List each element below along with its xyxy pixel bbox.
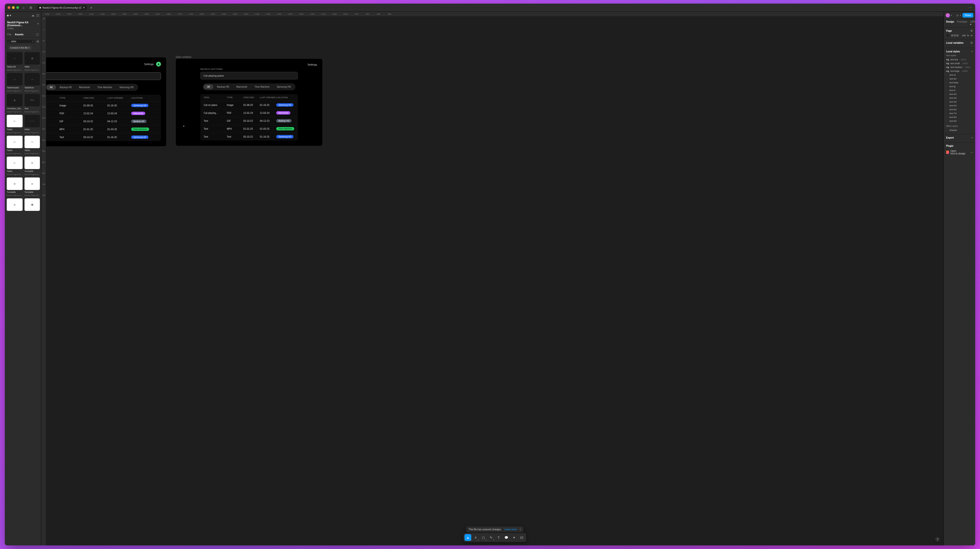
frame-container-b[interactable]: Settings SEARCH ANYTHING Cat playing pia… <box>176 59 322 146</box>
variables-settings-icon[interactable]: ⚙ <box>970 41 973 45</box>
learn-more-link[interactable]: Learn more <box>504 528 517 531</box>
move-tool[interactable]: ▲▾ <box>465 534 471 541</box>
filter-tab[interactable]: All <box>46 85 56 90</box>
chip-close-icon[interactable]: × <box>29 46 30 49</box>
text-style-row[interactable]: ›text-3xl <box>946 96 973 100</box>
text-style-row[interactable]: ›text-base <box>946 81 973 84</box>
grid-icon[interactable]: ⊞ <box>28 5 33 10</box>
dev-mode-tool[interactable]: ⟨/⟩ <box>519 534 525 541</box>
tab-file[interactable]: File <box>7 33 11 36</box>
table-row[interactable]: TextGIF03-10-2204-12-23Backup HD <box>46 118 161 126</box>
text-tool[interactable]: T <box>495 534 502 541</box>
canvas[interactable]: Settings ANYTHING ying piano AllBackup H… <box>46 17 943 546</box>
table-row[interactable]: TextGIF03-10-2204-12-23Backup HD <box>200 117 298 125</box>
minimize-icon[interactable] <box>12 6 15 9</box>
chevron-down-icon[interactable]: ▾ <box>951 14 952 16</box>
tab-prototype[interactable]: Prototype <box>957 21 967 26</box>
chevron-down-icon[interactable]: ▾ <box>960 14 961 16</box>
filter-tab[interactable]: Samsung HD <box>116 85 137 90</box>
cloud-icon[interactable]: ☁ <box>31 13 34 17</box>
file-title-row[interactable]: NextUI Figma Kit (Communi... ▾ <box>5 19 41 27</box>
plugin-menu-icon[interactable]: — <box>970 151 973 154</box>
file-tab[interactable]: ◆ NextUI Figma Kit (Community) (C <box>37 5 87 10</box>
add-style-icon[interactable]: + <box>971 50 973 53</box>
filter-icon[interactable]: ⚙ <box>37 40 39 43</box>
asset-item[interactable]: TextTextNextUI Figma Ki... <box>24 94 40 113</box>
asset-item[interactable]: ▭TabletNextUI Figma Ki... <box>7 157 22 175</box>
visibility-icon[interactable]: 👁 <box>970 34 973 37</box>
text-style-row[interactable]: Agtext-large · 18/28 <box>946 69 973 73</box>
figma-menu-button[interactable]: ◆ ▾ <box>7 14 11 17</box>
color-hex[interactable]: 1E1E1E <box>951 34 961 37</box>
text-style-row[interactable]: ›text-xl <box>946 88 973 92</box>
asset-item[interactable]: ◎TurntableNextUI Figma Ki... <box>24 177 40 196</box>
avatar-a[interactable] <box>156 62 161 67</box>
pen-tool[interactable]: ✎▾ <box>488 534 494 541</box>
asset-item[interactable]: ▭TabletNextUI Figma Ki... <box>24 136 40 155</box>
asset-item[interactable]: ◎TurntableNextUI Figma Ki... <box>24 157 40 175</box>
actions-tool[interactable]: ✦ <box>511 534 517 541</box>
asset-search-input[interactable]: ⌕ table × <box>7 39 35 44</box>
asset-item[interactable]: ▭TabletNextUI Figma Ki... <box>7 115 22 134</box>
text-style-row[interactable]: ›text-9xl <box>946 119 973 123</box>
close-icon[interactable] <box>8 6 10 9</box>
filter-tab[interactable]: Backup HD <box>56 85 75 90</box>
text-style-row[interactable]: ›text-7xl <box>946 111 973 115</box>
text-style-row[interactable]: ›text-8xl <box>946 115 973 119</box>
asset-item[interactable]: ▭TableRowNextUI Figma Ki... <box>24 73 40 92</box>
settings-link-b[interactable]: Settings <box>307 63 317 66</box>
text-style-row[interactable]: ›text-6xl <box>946 108 973 111</box>
asset-grid-scroll[interactable]: ▭TableCellNextUI Figma Ki...▦TableNextUI… <box>5 52 41 546</box>
page-settings-icon[interactable]: ⚙ <box>970 29 973 32</box>
tab-assets[interactable]: Assets <box>15 33 24 36</box>
overflow-menu-icon[interactable]: ··· <box>969 6 972 10</box>
add-tab-button[interactable]: + <box>90 6 92 10</box>
table-row[interactable]: Cat playing...PDF12-02-2412-03-24Macinto… <box>200 109 298 117</box>
asset-item[interactable]: ▭TableHeaderNextUI Figma Ki... <box>7 73 22 92</box>
zoom-level[interactable]: 100% ▾ <box>970 21 975 26</box>
table-row[interactable]: TextMP401-01-2501-03-25Time Machine <box>46 126 161 133</box>
filter-tab[interactable]: Time Machine <box>251 84 273 89</box>
tab-design[interactable]: Design <box>946 21 954 26</box>
text-style-row[interactable]: Agtext-tiny · 12/16 <box>946 57 973 62</box>
clear-search-icon[interactable]: × <box>32 40 33 43</box>
filter-tab[interactable]: Samsung HD <box>274 84 294 89</box>
share-button[interactable]: Share <box>963 13 973 18</box>
maximize-icon[interactable] <box>16 6 19 9</box>
present-icon[interactable]: ▷ <box>957 14 959 17</box>
text-style-row[interactable]: ›text-5xl <box>946 104 973 108</box>
text-style-row[interactable]: ›text-lg <box>946 84 973 88</box>
asset-item[interactable]: ▭TableCellNextUI Figma Ki... <box>7 52 22 71</box>
home-icon[interactable]: ⌂ <box>21 5 26 10</box>
library-icon[interactable]: ▢ <box>36 33 39 36</box>
search-input-a[interactable]: ying piano <box>46 72 161 80</box>
color-swatch[interactable] <box>946 34 950 37</box>
table-row[interactable]: Cat on pianoImage01-08-2501-16-25Samsung… <box>46 102 161 110</box>
frame-label-b[interactable]: Dark container <box>176 56 191 58</box>
add-export-icon[interactable]: + <box>971 136 973 139</box>
help-button[interactable]: ? <box>935 537 940 542</box>
text-style-row[interactable]: ›text-2xl <box>946 92 973 96</box>
toast-close-icon[interactable]: × <box>520 528 521 531</box>
text-style-row[interactable]: ›text-xs <box>946 73 973 77</box>
rectangle-tool[interactable]: ▢▾ <box>480 534 487 541</box>
settings-link-a[interactable]: Settings <box>144 63 154 65</box>
frame-container-a[interactable]: Settings ANYTHING ying piano AllBackup H… <box>46 57 166 146</box>
frame-tool[interactable]: #▾ <box>472 534 479 541</box>
comment-tool[interactable]: 💬 <box>503 534 510 541</box>
page-background-row[interactable]: 1E1E1E 100 % 👁 <box>946 34 973 37</box>
filter-tab[interactable]: All <box>204 84 213 89</box>
asset-item[interactable]: ◉Checkbox_Ele...NextUI Figma Ki... <box>7 94 22 113</box>
text-style-row[interactable]: Agtext-medium · 16/24 <box>946 65 973 69</box>
search-input-b[interactable]: Cat playing piano <box>200 72 298 80</box>
table-row[interactable]: Cat playing...PDF12-02-2412-03-24Macinto… <box>46 110 161 118</box>
filter-chip[interactable]: Created in this file × <box>9 46 31 50</box>
text-style-row[interactable]: ›text-4xl <box>946 100 973 104</box>
table-row[interactable]: TextText03-10-2201-16-25Samsung HD <box>46 133 161 141</box>
plugin-row[interactable]: Open html.to.design — <box>946 149 973 156</box>
filter-tab[interactable]: Macintosh <box>233 84 251 89</box>
asset-item[interactable]: ▦ <box>24 198 40 213</box>
table-row[interactable]: TextText03-10-2201-16-25Samsung HD <box>200 133 298 140</box>
color-opacity[interactable]: 100 <box>962 34 966 37</box>
filter-tab[interactable]: Time Machine <box>94 85 116 90</box>
